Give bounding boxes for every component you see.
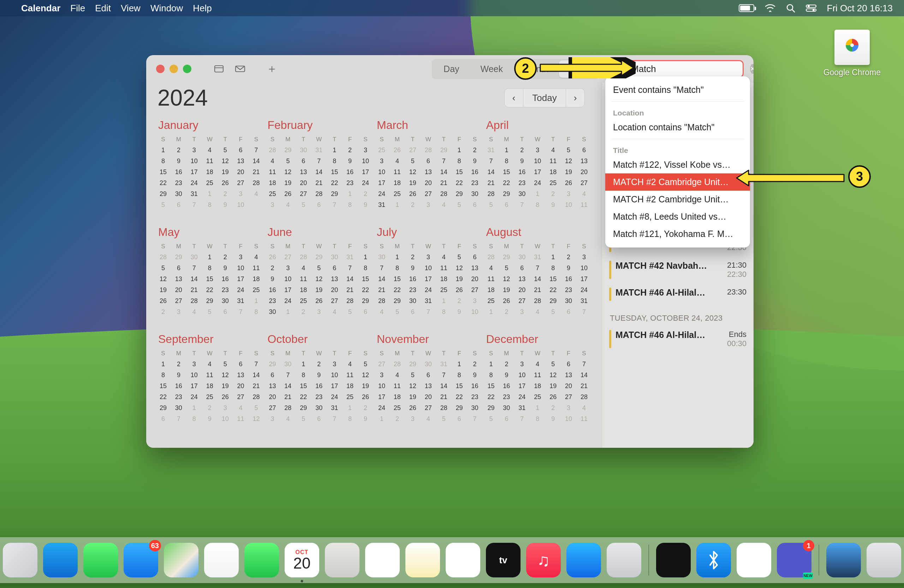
section-next: TUESDAY, OCTOBER 24, 2023 [610,314,748,323]
dock-photos[interactable] [204,543,239,577]
dock-notes[interactable] [405,543,440,577]
desktop-icon-chrome[interactable]: Google Chrome [823,30,881,77]
month-october[interactable]: OctoberSMTWTFS29301234567891011121314151… [265,333,374,424]
month-july[interactable]: JulySMTWTFS30123456789101112131415161718… [374,226,483,316]
menu-help[interactable]: Help [193,3,212,14]
control-center-icon[interactable] [806,4,816,12]
event-times: 23:30 [727,288,746,297]
month-title: July [377,226,483,239]
dock-teams[interactable]: 1NEW [777,543,811,577]
suggestion-result-4[interactable]: Match #121, Yokohama F. M… [605,225,750,243]
clear-search-icon[interactable]: ✕ [750,64,754,74]
minimize-button[interactable] [169,65,178,73]
suggestion-result-2[interactable]: MATCH #2 Cambridge Unit… [605,191,750,208]
callout-2: 2 [514,57,537,80]
dock-reminders[interactable] [365,543,400,577]
view-tab-day[interactable]: Day [433,60,469,78]
menu-edit[interactable]: Edit [95,3,111,14]
arrow-icon [727,168,847,188]
clock[interactable]: Fri Oct 20 16:13 [827,3,893,14]
event-row[interactable]: MATCH #42 Navbah…21:3022:30 [608,256,748,283]
event-title: MATCH #46 Al-Hilal… [615,330,723,340]
menu-view[interactable]: View [121,3,141,14]
prev-button[interactable]: ‹ [504,88,523,107]
inbox-icon[interactable] [233,63,247,75]
view-tab-week[interactable]: Week [470,60,514,78]
month-title: January [158,119,264,132]
month-title: April [486,119,592,132]
suggestion-event-contains[interactable]: Event contains "Match" [605,81,750,98]
dock-mail[interactable]: 63 [123,543,158,577]
month-title: December [486,333,592,346]
dock-freeform[interactable] [446,543,480,577]
app-name[interactable]: Calendar [21,3,60,14]
dock: 63OCT20tv♫1NEW [0,537,904,583]
suggestion-header-title: Title [605,142,750,156]
year-grid: JanuarySMTWTFS12345678910111213141516171… [146,119,601,433]
today-button[interactable]: Today [523,88,566,107]
dock-safari[interactable] [43,543,78,577]
svg-rect-6 [215,66,223,72]
month-august[interactable]: AugustSMTWTFS282930311234567891011121314… [484,226,592,316]
event-row[interactable]: MATCH #46 Al-Hilal…Ends00:30 [608,326,748,352]
month-title: August [486,226,592,239]
event-times: 21:3022:30 [727,261,746,279]
menubar: Calendar File Edit View Window Help Fri … [0,0,904,16]
dock-maps[interactable] [164,543,198,577]
close-button[interactable] [156,65,164,73]
event-times: Ends00:30 [727,330,746,348]
month-april[interactable]: AprilSMTWTFS3112345678910111213141516171… [484,119,592,209]
add-event-icon[interactable]: ＋ [265,63,279,75]
dock-settings[interactable] [607,543,641,577]
dock-music[interactable]: ♫ [526,543,561,577]
month-january[interactable]: JanuarySMTWTFS12345678910111213141516171… [155,119,264,209]
month-title: October [268,333,374,346]
dock-launchpad[interactable] [3,543,38,577]
dock-appstore[interactable] [566,543,601,577]
chrome-icon [834,30,870,65]
svg-line-1 [792,9,795,12]
zoom-button[interactable] [183,65,191,73]
dock-bluetooth[interactable] [696,543,731,577]
calendar-color-bar [609,330,611,348]
menu-window[interactable]: Window [150,3,183,14]
search-input[interactable] [631,63,746,74]
badge: 1 [803,540,814,551]
menu-file[interactable]: File [70,3,85,14]
battery-icon[interactable] [739,4,754,12]
next-button[interactable]: › [566,88,585,107]
dock-chrome[interactable] [736,543,771,577]
dock-desktop-stack[interactable] [826,543,861,577]
dock-contacts[interactable] [325,543,359,577]
month-may[interactable]: MaySMTWTFS282930123456789101112131415161… [155,226,264,316]
calendars-toggle-icon[interactable] [212,63,226,75]
dock-activity[interactable] [656,543,691,577]
month-title: June [268,226,374,239]
event-row[interactable]: MATCH #46 Al-Hilal…23:30 [608,283,748,305]
desktop-icon-label: Google Chrome [823,68,881,77]
month-june[interactable]: JuneSMTWTFS26272829303112345678910111213… [265,226,374,316]
month-title: September [158,333,264,346]
month-december[interactable]: DecemberSMTWTFS1234567891011121314151617… [484,333,592,424]
dock-messages[interactable] [83,543,118,577]
arrow-icon [523,57,635,78]
search-suggestions-dropdown: Event contains "Match"LocationLocation c… [605,76,750,248]
dock-tv[interactable]: tv [486,543,520,577]
dock-facetime[interactable] [244,543,279,577]
nav-group: ‹ Today › [504,88,585,107]
suggestion-result-3[interactable]: Match #8, Leeds United vs… [605,208,750,225]
spotlight-icon[interactable] [786,3,795,13]
event-title: MATCH #46 Al-Hilal… [615,288,723,298]
badge: 63 [149,540,161,551]
dock-downloads[interactable] [866,543,901,577]
month-march[interactable]: MarchSMTWTFS2526272829123456789101112131… [374,119,483,209]
month-title: May [158,226,264,239]
month-title: March [377,119,483,132]
dock-calendar[interactable]: OCT20 [284,543,319,577]
month-november[interactable]: NovemberSMTWTFS2728293031123456789101112… [374,333,483,424]
suggestion-location-contains[interactable]: Location contains "Match" [605,119,750,136]
wifi-icon[interactable] [765,4,776,12]
month-february[interactable]: FebruarySMTWTFS2829303112345678910111213… [265,119,374,209]
event-title: MATCH #42 Navbah… [615,261,723,271]
month-september[interactable]: SeptemberSMTWTFS123456789101112131415161… [155,333,264,424]
